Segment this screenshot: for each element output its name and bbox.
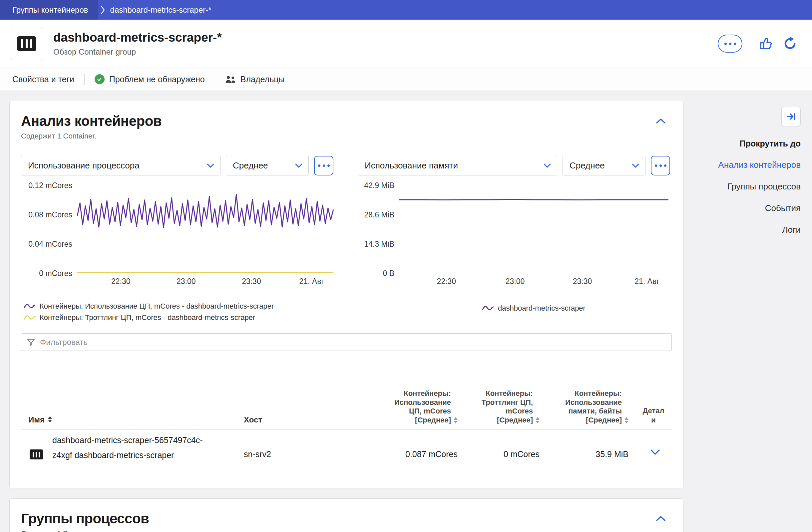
memory-chart-legend: dashboard-metrics-scraper [399, 304, 668, 313]
section-subtitle: Содержит 1 Process group. [21, 529, 672, 532]
page-subtitle: Обзор Container group [53, 47, 222, 57]
cpu-metric-dropdown[interactable]: Использование процессора [21, 156, 220, 175]
dropdown-value: Использование памяти [365, 161, 458, 171]
column-header-details: Детали [641, 406, 666, 425]
container-memory-value: 35.9 MiB [595, 449, 628, 459]
filter-container [21, 333, 672, 351]
container-icon [30, 449, 43, 459]
x-tick: 23:30 [242, 277, 261, 286]
nav-link-container-analysis[interactable]: Анализ контейнеров [718, 160, 801, 170]
column-header-cpu[interactable]: Контейнеры: Использование ЦП, mCores [Ср… [385, 389, 458, 425]
sort-icon [536, 417, 539, 425]
tab-separator [84, 74, 85, 85]
thumbs-up-icon [759, 36, 773, 50]
memory-chart[interactable]: 22:30 23:00 23:30 21. Авг [399, 186, 668, 273]
content-area: Анализ контейнеров Содержит 1 Container.… [0, 91, 812, 532]
chevron-down-icon [207, 163, 214, 168]
dropdown-value: Среднее [569, 161, 605, 171]
section-subtitle: Содержит 1 Container. [21, 132, 672, 141]
container-group-icon [10, 27, 43, 60]
chevron-up-icon [656, 515, 666, 521]
column-header-host: Хост [244, 415, 262, 425]
table-row: dashboard-metrics-scraper-5657497c4c-z4x… [21, 429, 672, 479]
x-tick: 23:00 [176, 277, 196, 286]
container-throttling-value: 0 mCores [504, 449, 539, 459]
sort-icon [48, 416, 52, 424]
tab-no-problems[interactable]: Проблем не обнаружено [95, 74, 205, 84]
memory-aggregation-dropdown[interactable]: Среднее [563, 156, 646, 175]
x-tick: 21. Авг [299, 277, 324, 286]
chevron-down-icon [632, 163, 639, 168]
owners-icon [225, 75, 236, 83]
tab-properties-and-tags[interactable]: Свойства и теги [12, 75, 74, 84]
dropdown-value: Использование процессора [28, 161, 140, 171]
pin-sidebar-button[interactable] [781, 107, 801, 126]
memory-chart-options-button[interactable] [651, 156, 670, 175]
section-title: Группы процессов [21, 511, 672, 527]
filter-input[interactable] [39, 337, 666, 347]
legend-label: Контейнеры: Использование ЦП, mCores - d… [40, 302, 274, 311]
nav-link-process-groups[interactable]: Группы процессов [727, 181, 801, 192]
nav-link-logs[interactable]: Логи [782, 225, 801, 235]
chevron-down-icon [543, 163, 551, 168]
line-series-icon [24, 314, 35, 321]
column-header-memory[interactable]: Контейнеры: Использование памяти, байты … [555, 389, 628, 425]
cpu-chart-y-axis: 0.12 mCores 0.08 mCores 0.04 mCores 0 mC… [21, 186, 77, 289]
tab-owners[interactable]: Владельцы [225, 75, 285, 84]
legend-label: Контейнеры: Троттлинг ЦП, mCores - dashb… [40, 313, 255, 322]
tab-label: Свойства и теги [12, 75, 74, 84]
sort-icon [624, 417, 628, 425]
breadcrumb-item-current: dashboard-metrics-scraper-* [105, 0, 219, 20]
arrow-to-bar-icon [786, 112, 796, 121]
page-title: dashboard-metrics-scraper-* [53, 31, 222, 45]
nav-link-events[interactable]: События [765, 203, 801, 213]
chevron-down-icon [650, 449, 661, 455]
ellipsis-icon [655, 164, 666, 167]
container-host: sn-srv2 [244, 449, 271, 459]
breadcrumb-item-container-groups[interactable]: Группы контейнеров [0, 0, 98, 20]
tab-separator [215, 74, 215, 85]
row-expand-button[interactable] [648, 447, 663, 458]
container-name: dashboard-metrics-scraper-5657497c4c-z4x… [52, 433, 204, 463]
collapse-section-button[interactable] [654, 116, 668, 127]
column-header-throttling[interactable]: Контейнеры: Троттлинг ЦП, mCores [Средне… [477, 389, 539, 425]
legend-label: dashboard-metrics-scraper [498, 304, 585, 313]
sort-icon [454, 417, 458, 425]
header-divider [750, 36, 750, 51]
refresh-button[interactable] [781, 35, 799, 52]
memory-chart-y-axis: 42.9 MiB 28.6 MiB 14.3 MiB 0 B [340, 186, 399, 289]
tab-label: Владельцы [241, 75, 285, 84]
chevron-down-icon [295, 163, 302, 168]
ellipsis-icon [318, 164, 330, 167]
cpu-chart-options-button[interactable] [314, 156, 333, 175]
x-tick: 22:30 [437, 277, 456, 286]
dropdown-value: Среднее [233, 161, 268, 171]
x-tick: 23:00 [506, 277, 525, 286]
column-header-name[interactable]: Имя [28, 415, 52, 425]
more-actions-button[interactable] [718, 35, 742, 53]
x-tick: 21. Авг [635, 277, 659, 286]
breadcrumb: Группы контейнеров dashboard-metrics-scr… [0, 0, 812, 20]
thumbs-up-button[interactable] [757, 35, 774, 52]
tab-label: Проблем не обнаружено [109, 75, 205, 84]
cpu-aggregation-dropdown[interactable]: Среднее [226, 156, 309, 175]
process-groups-card: Группы процессов Содержит 1 Process grou… [9, 498, 683, 532]
check-circle-icon [95, 74, 105, 84]
x-tick: 22:30 [111, 277, 131, 286]
entity-tab-bar: Свойства и теги Проблем не обнаружено Вл… [0, 68, 812, 91]
scroll-to-nav: Прокрутить до Анализ контейнеров Группы … [718, 107, 801, 235]
filter-icon [27, 338, 35, 346]
refresh-icon [783, 36, 797, 51]
containers-table-header: Имя Хост Контейнеры: Использование ЦП, m… [21, 359, 672, 429]
container-analysis-card: Анализ контейнеров Содержит 1 Container.… [9, 101, 683, 488]
line-series-icon [24, 303, 35, 310]
page-header: dashboard-metrics-scraper-* Обзор Contai… [0, 20, 812, 68]
ellipsis-icon [724, 43, 736, 45]
memory-metric-dropdown[interactable]: Использование памяти [358, 156, 557, 175]
line-series-icon [482, 305, 494, 312]
x-tick: 23:30 [573, 277, 592, 286]
breadcrumb-separator-icon [100, 5, 105, 15]
scroll-nav-title: Прокрутить до [740, 139, 801, 148]
collapse-section-button[interactable] [654, 513, 668, 524]
cpu-chart[interactable]: 22:30 23:00 23:30 21. Авг [77, 186, 333, 273]
